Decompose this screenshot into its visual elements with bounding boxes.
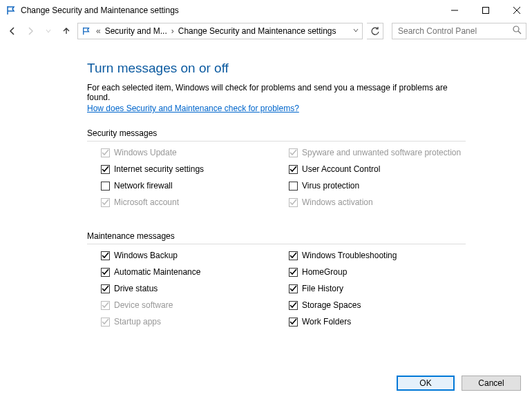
- checkbox-option[interactable]: Drive status: [101, 283, 289, 294]
- checkbox-option[interactable]: User Account Control: [289, 164, 477, 175]
- checkbox-option: Microsoft account: [101, 197, 289, 208]
- checkbox-label: Spyware and unwanted software protection: [302, 148, 461, 157]
- checkbox-option: Startup apps: [101, 316, 289, 327]
- checkbox-label: Windows Troubleshooting: [302, 251, 397, 260]
- checkbox-icon: [289, 198, 298, 207]
- checkbox-icon[interactable]: [289, 182, 298, 191]
- checkbox-label: Storage Spaces: [302, 300, 361, 310]
- checkbox-icon: [101, 148, 110, 157]
- checkbox-option[interactable]: Windows Troubleshooting: [289, 250, 477, 261]
- checkbox-option: Windows activation: [289, 197, 477, 208]
- refresh-button[interactable]: [367, 23, 383, 39]
- checkbox-option: Device software: [101, 300, 289, 311]
- checkbox-icon: [289, 148, 298, 157]
- checkbox-label: Device software: [114, 300, 173, 310]
- flag-icon: [81, 26, 92, 37]
- checkbox-icon[interactable]: [289, 165, 298, 174]
- svg-point-4: [513, 26, 519, 32]
- checkbox-icon[interactable]: [289, 251, 298, 260]
- cancel-button[interactable]: Cancel: [462, 376, 521, 391]
- maintenance-options-grid: Windows BackupWindows TroubleshootingAut…: [87, 250, 470, 327]
- checkbox-icon[interactable]: [289, 284, 298, 293]
- checkbox-option[interactable]: Virus protection: [289, 180, 477, 191]
- ok-button[interactable]: OK: [397, 376, 455, 391]
- checkbox-label: File History: [302, 284, 343, 293]
- checkbox-option: Windows Update: [101, 147, 289, 158]
- help-link[interactable]: How does Security and Maintenance check …: [87, 104, 299, 113]
- checkbox-icon[interactable]: [101, 165, 110, 174]
- forward-button[interactable]: [23, 24, 37, 38]
- maintenance-section-header: Maintenance messages: [87, 231, 466, 244]
- checkbox-label: Virus protection: [302, 181, 359, 191]
- checkbox-label: Startup apps: [114, 317, 161, 327]
- checkbox-label: Drive status: [114, 284, 158, 293]
- breadcrumb-item[interactable]: Security and M...: [105, 26, 167, 36]
- recent-dropdown-icon[interactable]: [41, 24, 55, 38]
- checkbox-label: Windows Backup: [114, 251, 178, 260]
- chevron-left-icon: «: [95, 26, 102, 36]
- checkbox-option: Spyware and unwanted software protection: [289, 147, 477, 158]
- checkbox-label: User Account Control: [302, 164, 380, 174]
- checkbox-icon: [101, 198, 110, 207]
- checkbox-label: Work Folders: [302, 317, 351, 327]
- checkbox-icon[interactable]: [289, 301, 298, 310]
- checkbox-icon[interactable]: [101, 284, 110, 293]
- checkbox-icon[interactable]: [289, 268, 298, 277]
- flag-icon: [6, 5, 17, 16]
- checkbox-icon[interactable]: [101, 268, 110, 277]
- checkbox-option[interactable]: File History: [289, 283, 477, 294]
- back-button[interactable]: [6, 24, 19, 38]
- footer-buttons: OK Cancel: [397, 376, 521, 391]
- checkbox-option[interactable]: Windows Backup: [101, 250, 289, 261]
- checkbox-option[interactable]: Network firewall: [101, 180, 289, 191]
- checkbox-icon[interactable]: [289, 318, 298, 327]
- svg-line-5: [518, 31, 521, 34]
- svg-rect-1: [482, 8, 488, 14]
- checkbox-icon[interactable]: [101, 251, 110, 260]
- search-icon[interactable]: [513, 26, 522, 37]
- checkbox-option[interactable]: Internet security settings: [101, 164, 289, 175]
- up-button[interactable]: [59, 24, 73, 38]
- checkbox-option[interactable]: Work Folders: [289, 316, 477, 327]
- checkbox-icon[interactable]: [101, 182, 110, 191]
- titlebar: Change Security and Maintenance settings: [0, 0, 532, 21]
- checkbox-icon: [101, 318, 110, 327]
- checkbox-label: Internet security settings: [114, 164, 204, 174]
- checkbox-label: Microsoft account: [114, 197, 179, 207]
- checkbox-label: Network firewall: [114, 181, 173, 191]
- checkbox-label: HomeGroup: [302, 267, 347, 277]
- security-options-grid: Windows UpdateSpyware and unwanted softw…: [87, 147, 470, 208]
- search-box[interactable]: [392, 23, 526, 39]
- security-section-header: Security messages: [87, 128, 466, 142]
- close-button[interactable]: [501, 0, 532, 21]
- main-content: Turn messages on or off For each selecte…: [0, 41, 470, 327]
- checkbox-label: Windows Update: [114, 148, 177, 157]
- checkbox-label: Automatic Maintenance: [114, 267, 200, 277]
- search-input[interactable]: [397, 26, 513, 37]
- page-title: Turn messages on or off: [87, 61, 470, 76]
- address-bar[interactable]: « Security and M... › Change Security an…: [77, 23, 363, 39]
- window-title: Change Security and Maintenance settings: [21, 6, 439, 15]
- breadcrumb-item[interactable]: Change Security and Maintenance settings: [178, 26, 336, 36]
- navbar: « Security and M... › Change Security an…: [0, 21, 532, 41]
- checkbox-label: Windows activation: [302, 197, 373, 207]
- maximize-button[interactable]: [470, 0, 501, 21]
- page-description: For each selected item, Windows will che…: [87, 83, 470, 102]
- minimize-button[interactable]: [439, 0, 470, 21]
- address-dropdown-icon[interactable]: [352, 26, 359, 36]
- checkbox-option[interactable]: Storage Spaces: [289, 300, 477, 311]
- checkbox-icon: [101, 301, 110, 310]
- chevron-right-icon: ›: [170, 26, 175, 36]
- checkbox-option[interactable]: Automatic Maintenance: [101, 266, 289, 278]
- checkbox-option[interactable]: HomeGroup: [289, 266, 477, 278]
